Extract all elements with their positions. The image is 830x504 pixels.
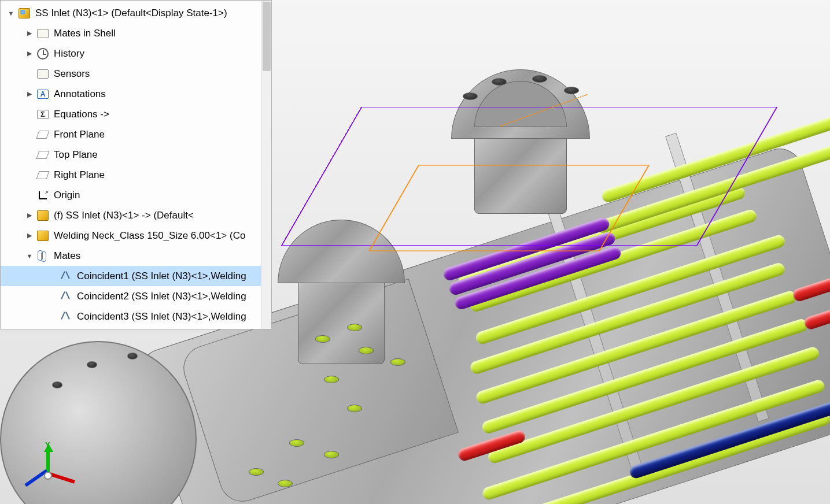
scrollbar-thumb[interactable] bbox=[263, 2, 271, 71]
tree-item[interactable]: ▶Welding Neck_Class 150_Size 6.00<1> (Co bbox=[1, 225, 271, 246]
hole[interactable] bbox=[324, 376, 339, 383]
sigma-icon: Σ bbox=[35, 108, 50, 121]
feature-tree-panel: ▼ SS Inlet (N3)<1> (Default<Display Stat… bbox=[0, 0, 272, 329]
folder-icon bbox=[35, 27, 50, 40]
tree-item[interactable]: ▶History bbox=[1, 43, 271, 64]
tree-label: Equations -> bbox=[54, 109, 109, 120]
hole[interactable] bbox=[289, 439, 304, 447]
expander-icon[interactable]: ▶ bbox=[24, 29, 35, 37]
hole[interactable] bbox=[278, 480, 293, 487]
tree-item[interactable]: Top Plane bbox=[1, 144, 271, 165]
hole[interactable] bbox=[324, 451, 339, 458]
tree-label: Annotations bbox=[54, 88, 106, 100]
feature-tree[interactable]: ▼ SS Inlet (N3)<1> (Default<Display Stat… bbox=[1, 1, 271, 329]
tree-label: Mates in Shell bbox=[54, 28, 116, 39]
tree-item[interactable]: Front Plane bbox=[1, 124, 271, 144]
tree-item[interactable]: ▶AAnnotations bbox=[1, 84, 271, 104]
view-triad[interactable]: Y bbox=[17, 440, 75, 498]
tree-label: Front Plane bbox=[54, 129, 105, 140]
tree-item[interactable]: ▼Mates bbox=[1, 246, 271, 266]
plane-icon bbox=[35, 128, 50, 141]
history-icon bbox=[35, 47, 50, 60]
origin-icon: ↗ bbox=[35, 189, 50, 202]
tree-label: SS Inlet (N3)<1> (Default<Display State-… bbox=[35, 8, 227, 19]
tree-label: Sensors bbox=[54, 68, 90, 80]
tree-item[interactable]: ▶Mates in Shell bbox=[1, 23, 271, 43]
hole[interactable] bbox=[347, 405, 362, 412]
tree-label: Mates bbox=[54, 250, 80, 262]
hole[interactable] bbox=[390, 358, 405, 366]
hole[interactable] bbox=[347, 324, 362, 331]
plane-icon bbox=[35, 149, 50, 161]
hole[interactable] bbox=[359, 347, 374, 354]
tree-scrollbar[interactable]: ▲ bbox=[261, 1, 271, 329]
tree-label: Coincident2 (SS Inlet (N3)<1>,Welding bbox=[77, 291, 246, 302]
expander-icon[interactable]: ▶ bbox=[24, 50, 35, 57]
hole[interactable] bbox=[249, 468, 264, 476]
ann-icon: A bbox=[35, 88, 50, 101]
bolt-hole[interactable] bbox=[492, 78, 507, 86]
bolt-hole[interactable] bbox=[127, 353, 138, 360]
bolt-hole[interactable] bbox=[87, 361, 97, 368]
coincident-mate-icon bbox=[58, 270, 73, 283]
triad-origin[interactable] bbox=[44, 472, 52, 480]
tree-item[interactable]: ↗Origin bbox=[1, 185, 271, 205]
tree-label: Coincident1 (SS Inlet (N3)<1>,Welding bbox=[77, 270, 246, 282]
tree-label: Origin bbox=[54, 190, 80, 201]
coincident-mate-icon bbox=[58, 310, 73, 323]
coincident-mate-icon bbox=[58, 290, 73, 303]
tree-label: Welding Neck_Class 150_Size 6.00<1> (Co bbox=[54, 230, 245, 242]
bolt-hole[interactable] bbox=[532, 75, 547, 83]
x-axis[interactable] bbox=[49, 472, 75, 484]
folder-icon bbox=[35, 68, 50, 80]
tree-label: Right Plane bbox=[54, 169, 105, 181]
expander-icon[interactable]: ▼ bbox=[24, 253, 35, 260]
part-icon bbox=[35, 229, 50, 242]
part-icon bbox=[35, 209, 50, 222]
tree-item[interactable]: Sensors bbox=[1, 64, 271, 84]
plane-icon bbox=[35, 169, 50, 181]
tree-item-mate[interactable]: Coincident1 (SS Inlet (N3)<1>,Welding bbox=[1, 266, 271, 286]
expander-icon[interactable]: ▶ bbox=[24, 212, 35, 219]
tree-label: Top Plane bbox=[54, 149, 98, 161]
tree-label: (f) SS Inlet (N3)<1> -> (Default< bbox=[54, 210, 194, 221]
expander-icon[interactable]: ▶ bbox=[24, 90, 35, 98]
tree-item-mate[interactable]: Coincident2 (SS Inlet (N3)<1>,Welding bbox=[1, 286, 271, 306]
tree-item-mate[interactable]: Coincident3 (SS Inlet (N3)<1>,Welding bbox=[1, 306, 271, 327]
y-axis-label: Y bbox=[45, 440, 50, 449]
assembly-icon bbox=[17, 7, 32, 20]
bolt-hole[interactable] bbox=[564, 87, 579, 94]
tree-root-assembly[interactable]: ▼ SS Inlet (N3)<1> (Default<Display Stat… bbox=[1, 3, 271, 23]
tree-item[interactable]: Right Plane bbox=[1, 165, 271, 185]
expander-icon[interactable]: ▼ bbox=[5, 10, 17, 17]
tree-item[interactable]: ΣEquations -> bbox=[1, 104, 271, 124]
tree-label: History bbox=[54, 48, 84, 60]
mates-icon bbox=[35, 250, 50, 262]
bolt-hole[interactable] bbox=[463, 92, 478, 100]
tree-label: Coincident3 (SS Inlet (N3)<1>,Welding bbox=[77, 311, 246, 323]
expander-icon[interactable]: ▶ bbox=[24, 232, 35, 239]
hole[interactable] bbox=[315, 335, 330, 343]
tree-item[interactable]: ▶(f) SS Inlet (N3)<1> -> (Default< bbox=[1, 205, 271, 225]
bolt-hole[interactable] bbox=[52, 381, 62, 388]
